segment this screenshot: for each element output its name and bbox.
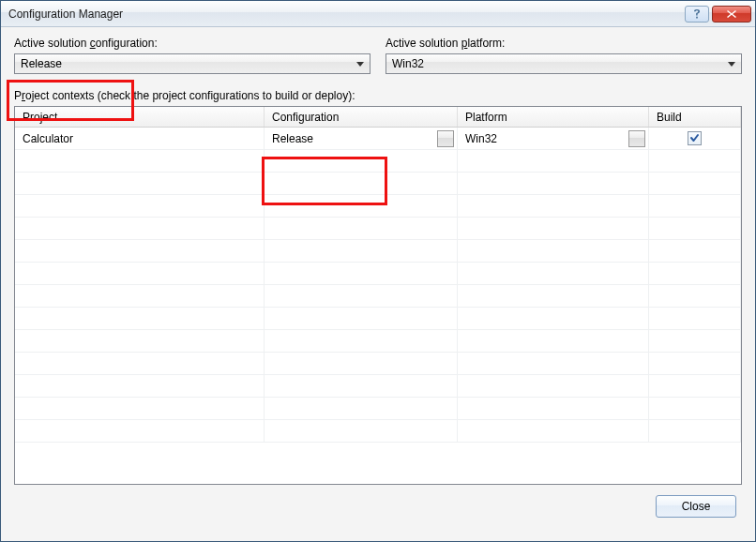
table-row: [15, 173, 741, 195]
chevron-down-icon: [356, 62, 364, 67]
active-platform-value: Win32: [392, 57, 728, 70]
table-row: [15, 420, 741, 443]
project-contexts-grid: Project Configuration Platform Build Cal…: [14, 106, 742, 485]
configuration-manager-window: Configuration Manager Active solution co…: [0, 0, 756, 542]
grid-body: Calculator Release Win32: [15, 128, 741, 484]
window-title: Configuration Manager: [8, 8, 682, 21]
cell-configuration-value: Release: [272, 132, 313, 145]
table-row: Calculator Release Win32: [15, 128, 741, 150]
dialog-footer: Close: [14, 485, 742, 528]
table-row: [15, 195, 741, 218]
close-button[interactable]: Close: [656, 495, 736, 518]
table-row: [15, 375, 741, 398]
active-config-label: Active solution configuration:: [14, 37, 370, 50]
active-config-combo[interactable]: Release: [14, 53, 370, 74]
build-checkbox[interactable]: [688, 131, 702, 145]
cell-platform[interactable]: Win32: [458, 128, 649, 149]
top-row: Active solution configuration: Release A…: [14, 37, 742, 74]
table-row: [15, 398, 741, 420]
platform-dropdown-button[interactable]: [628, 130, 645, 147]
grid-header: Project Configuration Platform Build: [15, 107, 741, 128]
chevron-down-icon: [728, 62, 735, 67]
title-bar: Configuration Manager: [1, 1, 755, 27]
active-platform-group: Active solution platform: Win32: [386, 37, 742, 74]
help-button[interactable]: [685, 6, 709, 23]
col-header-configuration[interactable]: Configuration: [265, 107, 458, 127]
table-row: [15, 308, 741, 330]
table-row: [15, 285, 741, 308]
active-platform-label: Active solution platform:: [386, 37, 742, 50]
configuration-dropdown-button[interactable]: [437, 130, 454, 147]
table-row: [15, 240, 741, 263]
cell-configuration[interactable]: Release: [265, 128, 458, 149]
cell-build: [649, 128, 741, 149]
cell-project: Calculator: [15, 128, 265, 149]
client-area: Active solution configuration: Release A…: [1, 27, 755, 541]
table-row: [15, 330, 741, 353]
window-close-button[interactable]: [712, 6, 751, 23]
cell-platform-value: Win32: [465, 132, 497, 145]
check-icon: [689, 133, 700, 143]
project-contexts-label: Project contexts (check the project conf…: [14, 89, 742, 102]
table-row: [15, 218, 741, 240]
active-config-value: Release: [21, 57, 356, 70]
table-row: [15, 150, 741, 173]
table-row: [15, 353, 741, 375]
active-config-group: Active solution configuration: Release: [14, 37, 370, 74]
help-icon: [692, 8, 702, 20]
col-header-platform[interactable]: Platform: [458, 107, 649, 127]
table-row: [15, 263, 741, 285]
active-platform-combo[interactable]: Win32: [386, 53, 742, 74]
col-header-project[interactable]: Project: [15, 107, 265, 127]
close-icon: [726, 9, 737, 19]
col-header-build[interactable]: Build: [649, 107, 741, 127]
